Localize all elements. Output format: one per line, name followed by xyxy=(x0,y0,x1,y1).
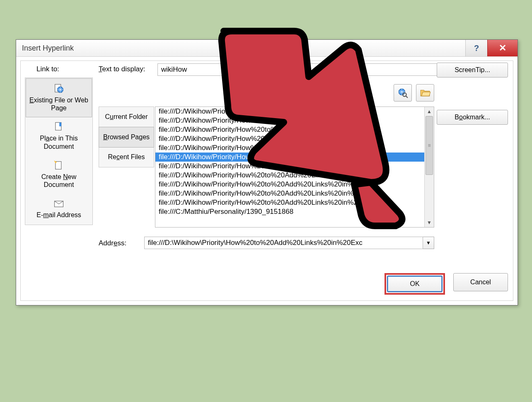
file-list-item[interactable]: file:///D:/Wikihow/Priority/How%20to%20A… xyxy=(155,198,434,207)
file-list-item[interactable]: file:///D:/Wikihow/Priority/How%20to%20A… xyxy=(155,189,434,198)
sidebar-item-label: Create New Document xyxy=(41,173,76,188)
sidebar-item-label: E-mail Address xyxy=(36,211,81,218)
link-to-label: Link to: xyxy=(36,65,59,73)
link-to-sidebar: Existing File or Web Page Place in This … xyxy=(25,77,93,225)
sub-sidebar-label: Recent Files xyxy=(108,153,145,160)
sidebar-item-label: Place in This Document xyxy=(40,135,77,150)
sub-sidebar-browsed-pages[interactable]: Browsed Pages xyxy=(99,127,154,148)
button-label: Cancel xyxy=(470,278,491,286)
scroll-thumb[interactable] xyxy=(426,116,433,175)
new-document-icon xyxy=(53,160,65,171)
address-label: Address: xyxy=(99,239,126,247)
folder-open-icon xyxy=(420,87,430,98)
address-dropdown-button[interactable]: ▼ xyxy=(423,237,434,249)
button-label: Bookmark... xyxy=(455,114,490,121)
cancel-button[interactable]: Cancel xyxy=(453,273,508,291)
address-field: ▼ xyxy=(144,237,434,249)
file-list-item[interactable]: file:///D:/Wikihow/Priority/How%20to%20A… xyxy=(155,125,434,134)
text-to-display-input[interactable] xyxy=(157,63,442,76)
browse-web-button[interactable] xyxy=(394,84,412,102)
email-icon xyxy=(53,198,65,209)
insert-hyperlink-dialog: Insert Hyperlink ? ✕ Link to: Existing F… xyxy=(16,39,518,305)
dialog-title: Insert Hyperlink xyxy=(22,44,74,53)
file-list-item[interactable]: file:///D:/Wikihow/Priority/How%20to%20A… xyxy=(155,153,434,162)
chevron-down-icon: ▼ xyxy=(426,240,431,246)
scroll-up-arrow-icon[interactable]: ▲ xyxy=(425,107,434,116)
browse-file-button[interactable] xyxy=(416,84,434,102)
sub-sidebar-label: Browsed Pages xyxy=(103,133,150,140)
sub-sidebar-current-folder[interactable]: Current Folder xyxy=(99,107,154,127)
file-list-item[interactable]: file:///D:/Wikihow/Priority/How%20to%20A… xyxy=(155,107,434,116)
dialog-content: Link to: Existing File or Web Page Place… xyxy=(20,61,513,301)
svg-rect-4 xyxy=(56,161,61,169)
sidebar-item-label: Existing File or Web Page xyxy=(29,97,88,111)
file-list-item[interactable]: file:///D:/Wikihow/Priority/How%20to%20A… xyxy=(155,171,434,180)
file-list-item[interactable]: file:///D:/Wikihow/Priority/How%20to%20A… xyxy=(155,143,434,153)
close-icon: ✕ xyxy=(499,43,506,53)
file-list-item[interactable]: file:///D:/Wikihow/Priority/How%20to%20A… xyxy=(155,116,434,125)
look-in-sidebar: Current Folder Browsed Pages Recent File… xyxy=(99,107,154,167)
titlebar-buttons: ? ✕ xyxy=(465,40,517,56)
file-list-item[interactable]: file:///D:/Wikihow/Priority/How%20to%20A… xyxy=(155,180,434,189)
document-bookmark-icon xyxy=(53,121,65,133)
file-list[interactable]: file:///D:/Wikihow/Priority/How%20to%20A… xyxy=(155,107,434,228)
screentip-button[interactable]: ScreenTip... xyxy=(437,63,508,77)
browse-buttons xyxy=(394,84,434,102)
help-icon: ? xyxy=(474,44,479,53)
help-button[interactable]: ? xyxy=(465,40,487,56)
file-list-item[interactable]: file:///D:/Wikihow/Priority/How%20to%20A… xyxy=(155,134,434,143)
file-list-item[interactable]: file:///D:/Wikihow/Priority/How%20to%20A… xyxy=(155,162,434,171)
globe-search-icon xyxy=(397,87,408,98)
close-button[interactable]: ✕ xyxy=(487,40,517,56)
sub-sidebar-recent-files[interactable]: Recent Files xyxy=(99,147,154,167)
sidebar-item-email[interactable]: E-mail Address xyxy=(26,194,92,224)
dialog-buttons: OK Cancel xyxy=(384,273,508,295)
button-label: ScreenTip... xyxy=(455,66,490,74)
sidebar-item-existing-file[interactable]: Existing File or Web Page xyxy=(26,78,92,117)
sidebar-item-place-in-document[interactable]: Place in This Document xyxy=(26,117,92,155)
titlebar: Insert Hyperlink ? ✕ xyxy=(16,40,517,57)
ok-button-highlight: OK xyxy=(384,273,445,295)
ok-button[interactable]: OK xyxy=(387,276,443,292)
bookmark-button[interactable]: Bookmark... xyxy=(437,110,508,125)
button-label: OK xyxy=(410,280,419,288)
globe-page-icon xyxy=(53,83,65,94)
svg-rect-3 xyxy=(59,123,61,126)
scrollbar[interactable]: ▲ ▼ xyxy=(424,107,434,227)
scroll-down-arrow-icon[interactable]: ▼ xyxy=(425,218,434,227)
text-to-display-label: Text to display: xyxy=(99,65,145,73)
file-list-item[interactable]: file:///C:/Matthiu/Personality/1390_9151… xyxy=(155,207,434,216)
svg-line-9 xyxy=(406,96,408,98)
address-input[interactable] xyxy=(144,237,423,249)
sidebar-item-create-new[interactable]: Create New Document xyxy=(26,155,92,194)
sub-sidebar-label: Current Folder xyxy=(105,113,148,120)
